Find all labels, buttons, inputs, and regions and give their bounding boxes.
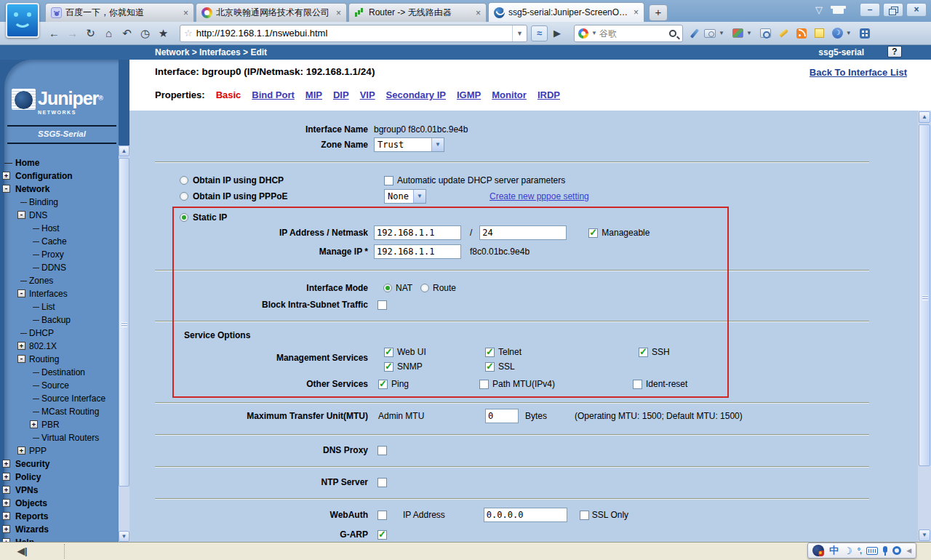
sidebar-item-policy[interactable]: +Policy — [0, 471, 119, 484]
property-tab-mip[interactable]: MIP — [305, 89, 322, 100]
sidebar-item-backup[interactable]: Backup — [0, 313, 119, 327]
sidebar-item-objects[interactable]: +Objects — [0, 497, 119, 510]
favorites-star-icon[interactable]: ★ — [154, 27, 172, 40]
expander-icon[interactable]: + — [17, 447, 25, 455]
scroll-up-icon[interactable]: ▲ — [919, 111, 930, 123]
manage-ip-input[interactable] — [374, 244, 461, 259]
apps-grid-icon[interactable] — [860, 28, 870, 39]
sidebar-item-8021x[interactable]: +802.1X — [0, 340, 119, 353]
scrollbar-thumb[interactable] — [919, 124, 930, 466]
sidebar-item-ddns[interactable]: DDNS — [0, 261, 119, 274]
chevron-down-icon[interactable]: ▼ — [413, 190, 425, 203]
scroll-down-icon[interactable]: ▼ — [919, 529, 930, 541]
sidebar-item-dns[interactable]: -DNS — [0, 209, 119, 222]
wave-share-icon[interactable]: ≈ — [531, 25, 548, 41]
ssl-only-checkbox[interactable] — [580, 511, 589, 520]
ime-microphone-icon[interactable] — [883, 546, 887, 553]
admin-mtu-input[interactable] — [485, 409, 519, 423]
tab-close-icon[interactable]: × — [634, 7, 639, 17]
night-mode-moon-icon[interactable]: ☽ — [832, 28, 843, 39]
sidebar-item-ppp[interactable]: +PPP — [0, 444, 119, 457]
url-dropdown-icon[interactable]: ▼ — [512, 25, 527, 41]
sidebar-item-cache[interactable]: Cache — [0, 235, 119, 248]
property-tab-basic[interactable]: Basic — [216, 89, 241, 100]
expander-icon[interactable]: + — [2, 525, 10, 533]
dhcp-auto-checkbox[interactable] — [384, 176, 393, 185]
expander-icon[interactable]: + — [2, 473, 10, 481]
expander-icon[interactable]: + — [2, 172, 10, 180]
sidebar-item-home[interactable]: Home — [0, 156, 119, 169]
main-scrollbar[interactable]: ▲ ▼ — [918, 111, 931, 542]
chevron-down-icon[interactable]: ▼ — [431, 138, 444, 151]
pppoe-radio[interactable] — [180, 192, 188, 201]
webauth-ip-input[interactable] — [484, 508, 567, 522]
telnet-checkbox[interactable] — [485, 348, 495, 357]
ime-fullwidth-moon-icon[interactable]: ☽ — [844, 545, 852, 556]
ime-mode-toggle[interactable]: 中 — [829, 544, 839, 557]
rss-icon[interactable] — [796, 28, 807, 39]
ssl-checkbox[interactable] — [485, 362, 495, 372]
sidebar-item-reports[interactable]: +Reports — [0, 510, 119, 523]
zone-name-select[interactable]: Trust▼ — [374, 137, 444, 152]
sidebar-item-host[interactable]: Host — [0, 222, 119, 235]
manageable-checkbox[interactable] — [588, 228, 598, 238]
snmp-checkbox[interactable] — [384, 362, 393, 372]
sidebar-item-security[interactable]: +Security — [0, 457, 119, 471]
ime-keyboard-icon[interactable] — [866, 547, 878, 555]
property-tab-dip[interactable]: DIP — [333, 89, 349, 100]
block-intra-subnet-checkbox[interactable] — [377, 300, 387, 310]
sidebar-scrollbar[interactable]: ▲ ▼ — [119, 145, 129, 542]
sidebar-item-binding[interactable]: Binding — [0, 196, 119, 209]
scroll-up-icon[interactable]: ▲ — [119, 145, 129, 156]
sidebar-item-destination[interactable]: Destination — [0, 366, 119, 379]
tab-close-icon[interactable]: × — [476, 8, 481, 18]
menu-funnel-icon[interactable]: ▽ — [815, 4, 823, 15]
sidebar-item-proxy[interactable]: Proxy — [0, 248, 119, 261]
expander-icon[interactable]: + — [17, 342, 25, 350]
expander-icon[interactable]: - — [17, 211, 25, 219]
ssh-checkbox[interactable] — [639, 348, 648, 357]
sidebar-item-help[interactable]: +Help — [0, 536, 119, 542]
static-ip-radio[interactable] — [180, 213, 188, 222]
path-mtu-checkbox[interactable] — [479, 380, 489, 389]
expander-icon[interactable]: + — [30, 420, 38, 428]
new-tab-button[interactable]: + — [649, 4, 668, 21]
sidebar-item-routing[interactable]: -Routing — [0, 353, 119, 366]
expander-icon[interactable]: - — [2, 185, 10, 193]
sidebar-item-zones[interactable]: Zones — [0, 274, 119, 287]
route-radio[interactable] — [420, 284, 429, 292]
property-tab-bind-port[interactable]: Bind Port — [252, 89, 295, 100]
expander-icon[interactable]: + — [2, 499, 10, 507]
garp-checkbox[interactable] — [377, 530, 387, 540]
sidebar-item-source[interactable]: Source — [0, 379, 119, 392]
sticky-note-icon[interactable] — [815, 28, 824, 38]
expander-icon[interactable]: + — [2, 538, 10, 542]
undo-icon[interactable]: ↶ — [118, 27, 136, 40]
create-pppoe-link[interactable]: Create new pppoe setting — [490, 191, 589, 201]
skin-theme-icon[interactable] — [833, 6, 844, 14]
media-picture-icon[interactable] — [732, 28, 743, 38]
search-magnifier-icon[interactable] — [669, 30, 676, 37]
tab-baidu[interactable]: 百度一下，你就知道 × — [45, 3, 194, 22]
scroll-down-icon[interactable]: ▼ — [119, 531, 129, 542]
search-input[interactable] — [599, 28, 650, 39]
webui-checkbox[interactable] — [384, 348, 393, 357]
ntp-server-checkbox[interactable] — [377, 478, 387, 487]
sogou-logo-icon[interactable] — [812, 545, 824, 556]
nat-radio[interactable] — [383, 284, 392, 292]
tools-icon[interactable] — [760, 28, 771, 38]
expander-icon[interactable]: - — [17, 289, 25, 297]
picture-dropdown-icon[interactable]: ▼ — [746, 30, 752, 36]
sidebar-item-virtual-routers[interactable]: Virtual Routers — [0, 431, 119, 444]
sidebar-item-network[interactable]: -Network — [0, 183, 119, 196]
property-tab-monitor[interactable]: Monitor — [492, 89, 527, 100]
property-tab-igmp[interactable]: IGMP — [457, 89, 481, 100]
tab-router[interactable]: Router -> 无线路由器 × — [348, 3, 487, 22]
note-pencil-icon[interactable] — [690, 28, 699, 38]
back-icon[interactable]: ← — [45, 27, 63, 39]
expander-icon[interactable]: + — [2, 486, 10, 494]
cleaner-brush-icon[interactable] — [779, 28, 788, 37]
moon-dropdown-icon[interactable]: ▼ — [846, 30, 852, 36]
ime-punctuation-icon[interactable]: °, — [858, 546, 861, 555]
dns-proxy-checkbox[interactable] — [377, 446, 387, 455]
